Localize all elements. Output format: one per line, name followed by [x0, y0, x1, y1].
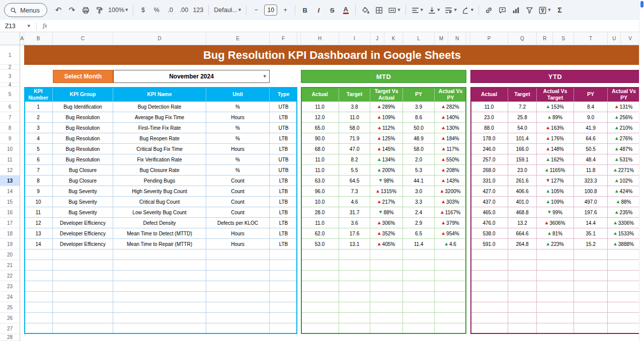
cell-kpi-group[interactable]: Bug Resolution: [53, 112, 113, 123]
cell-ytd-actual-vs-py[interactable]: ▲ 276%: [608, 133, 640, 144]
cell-unit[interactable]: [206, 302, 270, 313]
cell-mtd-target[interactable]: 11.0: [339, 112, 370, 123]
row-header-17[interactable]: 17: [0, 218, 20, 228]
cell-ytd-actual[interactable]: [470, 249, 508, 260]
cell-mtd-target[interactable]: [339, 281, 370, 292]
cell-mtd-target-vs-actual[interactable]: ▲ 289%: [370, 102, 403, 112]
cell-kpi-name[interactable]: Defect Density: [113, 218, 206, 228]
cell-kpi-number[interactable]: [24, 292, 53, 302]
cell-ytd-actual-vs-target[interactable]: ▲ 81%: [537, 228, 574, 239]
cell-mtd-target[interactable]: 8.2: [339, 154, 370, 165]
cell-ytd-py[interactable]: [574, 302, 608, 313]
cell-mtd-target-vs-actual[interactable]: ▲ 134%: [370, 154, 403, 165]
row-header-27[interactable]: 27: [0, 323, 20, 334]
cell-mtd-target[interactable]: [339, 260, 370, 271]
cell-unit[interactable]: Count: [206, 176, 270, 186]
row-header-4[interactable]: 4: [0, 83, 20, 87]
row-header-14[interactable]: 14: [0, 186, 20, 197]
cell-kpi-number[interactable]: [24, 249, 53, 260]
cell-mtd-py[interactable]: 58.0: [403, 144, 435, 154]
cell-mtd-target[interactable]: [339, 292, 370, 302]
cell-mtd-target[interactable]: 3.8: [339, 102, 370, 112]
column-header-B[interactable]: B: [24, 32, 53, 45]
cell-mtd-target-vs-actual[interactable]: ▲ 200%: [370, 165, 403, 176]
cell-mtd-target-vs-actual[interactable]: ▲ 217%: [370, 197, 403, 207]
cell-type[interactable]: UTB: [270, 165, 297, 176]
cell-mtd-actual[interactable]: 65.0: [301, 123, 339, 133]
row-header-5[interactable]: 5: [0, 87, 20, 102]
cell-ytd-actual[interactable]: 11.0: [470, 102, 508, 112]
cell-kpi-name[interactable]: Mean Time to Repair (MTTR): [113, 239, 206, 249]
cell-ytd-actual-vs-py[interactable]: [608, 313, 640, 323]
horizontal-align-button[interactable]: ▼: [409, 4, 425, 17]
cell-kpi-group[interactable]: Bug Severity: [53, 207, 113, 218]
cell-ytd-actual[interactable]: [470, 260, 508, 271]
month-dropdown[interactable]: November 2024 ▼: [113, 70, 270, 83]
row-header-26[interactable]: 26: [0, 313, 20, 323]
cell-kpi-name[interactable]: Bug Closure Rate: [113, 165, 206, 176]
cell-kpi-number[interactable]: 10: [24, 197, 53, 207]
cell-mtd-target[interactable]: 17.6: [339, 228, 370, 239]
cell-mtd-target[interactable]: 4.6: [339, 197, 370, 207]
row-header-21[interactable]: 21: [0, 260, 20, 271]
cell-mtd-target[interactable]: 47.0: [339, 144, 370, 154]
cell-mtd-actual-vs-py[interactable]: [435, 313, 466, 323]
cell-mtd-py[interactable]: 11.4: [403, 239, 435, 249]
cell-ytd-actual[interactable]: [470, 281, 508, 292]
row-header-24[interactable]: 24: [0, 292, 20, 302]
cell-mtd-target[interactable]: 58.0: [339, 123, 370, 133]
cell-type[interactable]: LTB: [270, 207, 297, 218]
cell-kpi-number[interactable]: 5: [24, 144, 53, 154]
row-header-3[interactable]: 3: [0, 70, 20, 83]
cell-ytd-py[interactable]: 64.6: [574, 133, 608, 144]
format-percent-button[interactable]: %: [150, 4, 163, 17]
cell-unit[interactable]: %: [206, 165, 270, 176]
cell-ytd-actual[interactable]: [470, 271, 508, 281]
cell-ytd-actual-vs-target[interactable]: [537, 292, 574, 302]
cell-ytd-actual-vs-target[interactable]: [537, 281, 574, 292]
cell-mtd-target[interactable]: [339, 302, 370, 313]
cell-ytd-target[interactable]: [508, 281, 537, 292]
cell-unit[interactable]: [206, 292, 270, 302]
cell-mtd-target[interactable]: 31.7: [339, 207, 370, 218]
cell-mtd-py[interactable]: [403, 292, 435, 302]
cell-mtd-actual[interactable]: 12.0: [301, 112, 339, 123]
cell-mtd-target-vs-actual[interactable]: ▲ 109%: [370, 112, 403, 123]
row-header-16[interactable]: 16: [0, 207, 20, 218]
cell-ytd-actual-vs-target[interactable]: ▲ 105%: [537, 186, 574, 197]
cell-unit[interactable]: Count: [206, 197, 270, 207]
cell-kpi-name[interactable]: [113, 323, 206, 334]
row-header-11[interactable]: 11: [0, 154, 20, 165]
bold-button[interactable]: B: [298, 4, 311, 17]
cell-kpi-number[interactable]: 14: [24, 239, 53, 249]
cell-ytd-actual-vs-py[interactable]: [608, 271, 640, 281]
zoom-select[interactable]: 100%▼: [106, 4, 130, 17]
cell-ytd-target[interactable]: 101.4: [508, 133, 537, 144]
cell-ytd-actual[interactable]: [470, 313, 508, 323]
cell-mtd-target-vs-actual[interactable]: [370, 260, 403, 271]
cell-kpi-group[interactable]: Bug Closure: [53, 165, 113, 176]
paint-format-button[interactable]: [93, 4, 106, 17]
column-header-S[interactable]: S: [553, 32, 574, 45]
cell-ytd-py[interactable]: 11.8: [574, 165, 608, 176]
cell-type[interactable]: [270, 281, 297, 292]
cell-ytd-target[interactable]: 664.6: [508, 228, 537, 239]
column-header-hidden[interactable]: [466, 32, 470, 45]
insert-link-button[interactable]: [482, 4, 495, 17]
cell-mtd-target[interactable]: [339, 323, 370, 334]
functions-button[interactable]: Σ: [553, 4, 567, 17]
cell-mtd-actual-vs-py[interactable]: ▲ 184%: [435, 133, 466, 144]
cell-mtd-target-vs-actual[interactable]: ▼ 88%: [370, 207, 403, 218]
cell-ytd-target[interactable]: [508, 313, 537, 323]
cell-mtd-actual-vs-py[interactable]: ▲ 4.6: [435, 239, 466, 249]
cell-type[interactable]: LTB: [270, 197, 297, 207]
cell-mtd-target[interactable]: 64.5: [339, 176, 370, 186]
cell-ytd-actual-vs-py[interactable]: [608, 260, 640, 271]
cell-ytd-actual[interactable]: 591.0: [470, 239, 508, 249]
print-button[interactable]: [79, 4, 92, 17]
cell-kpi-group[interactable]: [53, 249, 113, 260]
strikethrough-button[interactable]: S: [326, 4, 339, 17]
cell-type[interactable]: LTB: [270, 176, 297, 186]
cell-mtd-actual-vs-py[interactable]: [435, 292, 466, 302]
cell-unit[interactable]: %: [206, 102, 270, 112]
